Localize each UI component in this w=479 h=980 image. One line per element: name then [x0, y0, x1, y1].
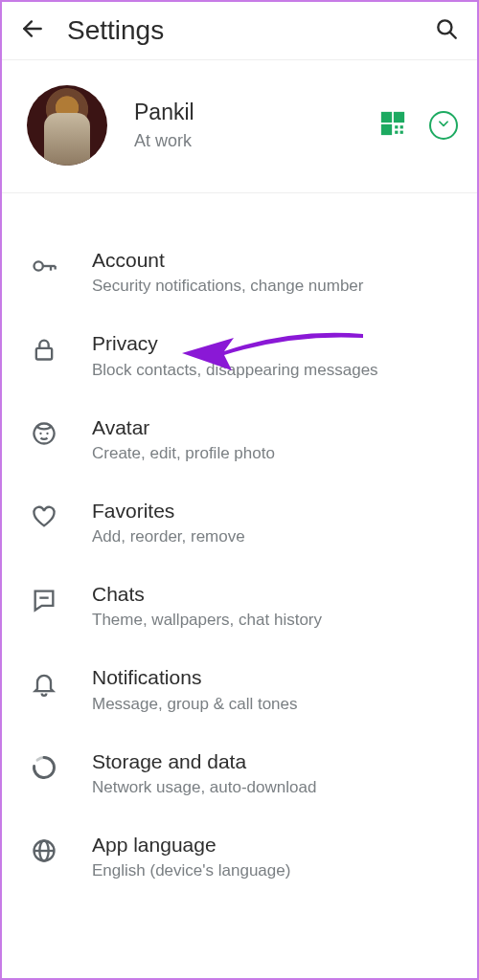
item-title: Favorites [92, 498, 456, 523]
settings-screen: Settings Pankil At work [0, 0, 479, 980]
svg-line-2 [450, 33, 456, 38]
svg-rect-6 [395, 125, 398, 128]
settings-item-privacy[interactable]: Privacy Block contacts, disappearing mes… [2, 313, 477, 396]
profile-actions [379, 111, 458, 140]
svg-point-10 [34, 261, 43, 270]
settings-item-language[interactable]: App language English (device's language) [2, 814, 477, 898]
data-usage-icon [31, 754, 57, 785]
svg-point-16 [46, 432, 48, 434]
svg-rect-7 [400, 125, 403, 128]
svg-rect-3 [382, 113, 391, 122]
item-subtitle: Add, reorder, remove [92, 527, 456, 546]
globe-icon [31, 837, 57, 868]
svg-rect-5 [382, 125, 391, 134]
svg-point-15 [39, 432, 41, 434]
item-subtitle: Create, edit, profile photo [92, 444, 456, 463]
item-subtitle: Security notifications, change number [92, 277, 456, 296]
item-subtitle: Network usage, auto-download [92, 778, 456, 797]
page-title: Settings [67, 15, 412, 46]
item-title: Chats [92, 581, 456, 607]
svg-rect-9 [400, 131, 403, 134]
chevron-down-icon [437, 117, 450, 134]
item-subtitle: Block contacts, disappearing messages [92, 361, 456, 380]
profile-text: Pankil At work [134, 100, 353, 151]
item-title: Account [92, 247, 456, 273]
item-title: Storage and data [92, 748, 456, 774]
avatar [27, 85, 107, 166]
settings-item-favorites[interactable]: Favorites Add, reorder, remove [2, 480, 477, 564]
section-spacer [2, 193, 477, 230]
item-subtitle: English (device's language) [92, 861, 456, 880]
chat-icon [31, 587, 57, 617]
svg-rect-14 [36, 348, 52, 360]
item-subtitle: Theme, wallpapers, chat history [92, 611, 456, 630]
settings-item-notifications[interactable]: Notifications Message, group & call tone… [2, 647, 477, 730]
item-title: Privacy [92, 330, 456, 356]
heart-icon [31, 503, 57, 534]
settings-item-chats[interactable]: Chats Theme, wallpapers, chat history [2, 564, 477, 647]
profile-name: Pankil [134, 100, 353, 125]
lock-icon [31, 336, 57, 367]
item-title: Notifications [92, 664, 456, 690]
key-icon [31, 253, 57, 283]
svg-rect-4 [395, 113, 403, 122]
search-button[interactable] [433, 17, 460, 44]
item-title: App language [92, 832, 456, 858]
bell-icon [31, 670, 57, 701]
app-bar: Settings [2, 2, 477, 60]
face-icon [31, 420, 57, 451]
settings-item-account[interactable]: Account Security notifications, change n… [2, 230, 477, 313]
item-title: Avatar [92, 414, 456, 440]
settings-item-avatar[interactable]: Avatar Create, edit, profile photo [2, 397, 477, 480]
search-icon [434, 16, 459, 45]
profile-status: At work [134, 131, 353, 151]
profile-row[interactable]: Pankil At work [2, 60, 477, 193]
qr-code-icon [380, 111, 405, 140]
arrow-left-icon [20, 16, 45, 45]
item-subtitle: Message, group & call tones [92, 695, 456, 714]
settings-item-storage[interactable]: Storage and data Network usage, auto-dow… [2, 731, 477, 814]
expand-button[interactable] [429, 111, 458, 140]
qr-code-button[interactable] [379, 112, 406, 139]
back-button[interactable] [19, 17, 46, 44]
svg-rect-8 [395, 131, 398, 134]
